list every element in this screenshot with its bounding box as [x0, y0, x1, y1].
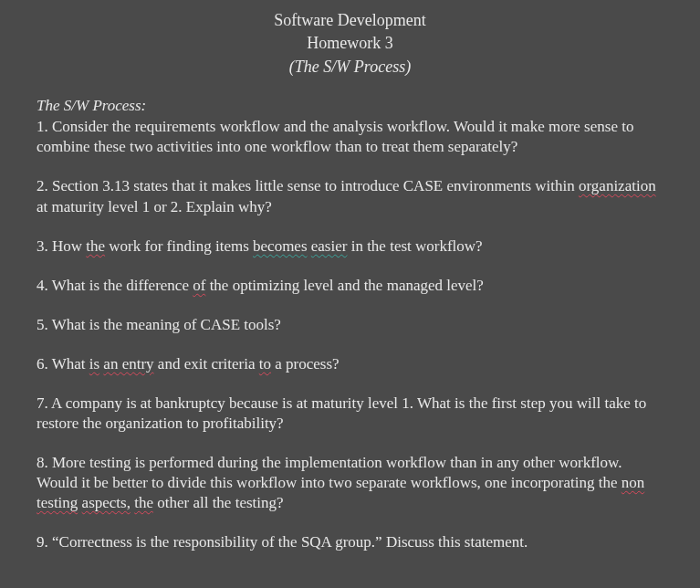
grammar-mark-becomes: becomes — [253, 237, 307, 255]
question-8: 8. More testing is performed during the … — [37, 453, 663, 513]
grammar-mark-aspects: aspects, — [82, 494, 131, 511]
question-8-text-b: other all the testing? — [153, 494, 284, 511]
question-4: 4. What is the difference of the optimiz… — [37, 276, 663, 296]
document-title: Software Development — [37, 10, 663, 31]
question-5: 5. What is the meaning of CASE tools? — [37, 315, 663, 335]
question-6: 6. What is an entry and exit criteria to… — [37, 354, 663, 374]
document-page: Software Development Homework 3 (The S/W… — [0, 0, 700, 572]
spellcheck-mark-organization: organization — [579, 177, 656, 194]
document-header: Software Development Homework 3 (The S/W… — [37, 10, 663, 78]
question-1: 1. Consider the requirements workflow an… — [37, 117, 663, 157]
document-subtitle-italic: (The S/W Process) — [37, 57, 663, 78]
question-5-text: 5. What is the meaning of CASE tools? — [37, 316, 281, 333]
question-7: 7. A company is at bankruptcy because is… — [37, 394, 663, 434]
question-4-text-a: 4. What is the difference — [37, 277, 193, 294]
question-6-text-c: a process? — [271, 355, 340, 373]
question-6-text-a: 6. What — [37, 355, 89, 373]
section-heading: The S/W Process: — [37, 96, 663, 116]
grammar-mark-an-entry: an entry — [103, 355, 153, 373]
question-6-text-b: and exit criteria — [154, 355, 259, 373]
question-3-text-b: work for finding items — [105, 237, 253, 255]
question-7-text: 7. A company is at bankruptcy because is… — [37, 394, 646, 432]
grammar-mark-to: to — [259, 355, 271, 373]
question-2: 2. Section 3.13 states that it makes lit… — [37, 176, 663, 216]
question-1-text: 1. Consider the requirements workflow an… — [37, 118, 633, 155]
question-9-text: 9. “Correctness is the responsibility of… — [37, 533, 528, 551]
question-2-text-a: 2. Section 3.13 states that it makes lit… — [37, 177, 579, 194]
question-4-text-b: the optimizing level and the managed lev… — [205, 277, 483, 294]
grammar-mark-is: is — [89, 355, 99, 373]
question-3-text-c: in the test workflow? — [347, 237, 482, 255]
question-8-text-a: 8. More testing is performed during the … — [37, 454, 622, 491]
grammar-mark-the-2: the — [134, 494, 153, 511]
question-9: 9. “Correctness is the responsibility of… — [37, 532, 663, 552]
question-2-text-b: at maturity level 1 or 2. Explain why? — [37, 198, 272, 215]
grammar-mark-of: of — [193, 277, 205, 294]
grammar-mark-easier: easier — [311, 237, 348, 255]
document-subtitle: Homework 3 — [37, 33, 663, 54]
grammar-mark-the: the — [86, 237, 105, 255]
question-3-text-a: 3. How — [37, 237, 86, 255]
question-3: 3. How the work for finding items become… — [37, 236, 663, 257]
